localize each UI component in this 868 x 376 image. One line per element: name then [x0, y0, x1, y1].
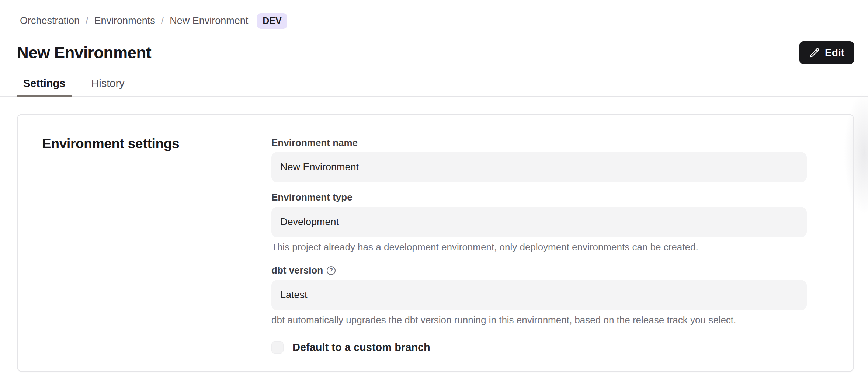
environment-type-help-text: This project already has a development e… — [271, 241, 807, 254]
tab-bar: Settings History — [0, 64, 868, 97]
title-row: New Environment Edit — [0, 29, 868, 64]
pencil-icon — [809, 47, 820, 58]
question-mark-icon[interactable]: ? — [327, 266, 336, 275]
breadcrumb-item-orchestration[interactable]: Orchestration — [20, 15, 80, 27]
custom-branch-row: Default to a custom branch — [271, 341, 807, 354]
dbt-version-label-text: dbt version — [271, 264, 323, 276]
field-environment-type: Environment type This project already ha… — [271, 191, 807, 253]
card-heading-column: Environment settings — [18, 115, 271, 371]
page: Orchestration / Environments / New Envir… — [0, 0, 868, 376]
field-environment-name: Environment name — [271, 137, 807, 183]
tab-settings[interactable]: Settings — [17, 74, 72, 97]
environment-type-label-text: Environment type — [271, 191, 353, 203]
environment-name-input[interactable] — [271, 152, 807, 182]
environment-type-input[interactable] — [271, 207, 807, 237]
dbt-version-input[interactable] — [271, 280, 807, 310]
breadcrumb-item-new-environment[interactable]: New Environment — [170, 15, 248, 27]
environment-type-badge: DEV — [257, 13, 287, 29]
tab-history[interactable]: History — [84, 74, 131, 97]
dbt-version-label: dbt version ? — [271, 264, 807, 276]
breadcrumb-item-environments[interactable]: Environments — [94, 15, 155, 27]
field-dbt-version: dbt version ? dbt automatically upgrades… — [271, 264, 807, 326]
dbt-version-help-text: dbt automatically upgrades the dbt versi… — [271, 314, 807, 327]
environment-name-label-text: Environment name — [271, 137, 358, 149]
custom-branch-checkbox[interactable] — [271, 341, 284, 354]
edit-button-label: Edit — [825, 47, 844, 59]
environment-settings-card: Environment settings Environment name En… — [17, 114, 854, 372]
environment-name-label: Environment name — [271, 137, 807, 149]
custom-branch-label[interactable]: Default to a custom branch — [292, 341, 430, 354]
breadcrumb: Orchestration / Environments / New Envir… — [0, 0, 868, 29]
breadcrumb-separator: / — [161, 15, 164, 27]
environment-type-label: Environment type — [271, 191, 807, 203]
card-heading: Environment settings — [42, 136, 271, 152]
edit-button[interactable]: Edit — [799, 41, 854, 64]
environment-settings-form: Environment name Environment type This p… — [271, 115, 807, 371]
breadcrumb-separator: / — [86, 15, 88, 27]
page-title: New Environment — [17, 43, 151, 62]
